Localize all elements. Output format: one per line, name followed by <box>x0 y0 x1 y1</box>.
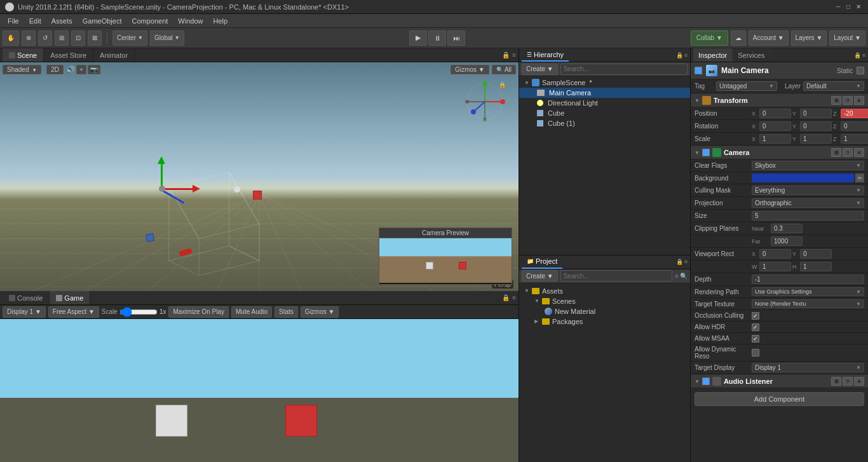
lock-btn[interactable]: 🔒 <box>499 81 506 88</box>
menu-component[interactable]: Component <box>126 16 173 26</box>
tag-value-dropdown[interactable]: Untagged ▼ <box>716 81 777 91</box>
projection-dropdown[interactable]: Orthographic ▼ <box>752 198 864 208</box>
rect-tool-button[interactable]: ⊡ <box>71 31 85 46</box>
shading-dropdown[interactable]: Shaded ▼ <box>3 65 41 74</box>
culling-mask-dropdown[interactable]: Everything ▼ <box>752 186 864 195</box>
menu-edit[interactable]: Edit <box>24 16 46 26</box>
menu-gameobject[interactable]: GameObject <box>78 16 127 26</box>
game-view[interactable] <box>0 319 519 462</box>
transform-overflow-btn[interactable]: ≡ <box>854 96 864 105</box>
camera-overflow-btn[interactable]: ≡ <box>854 148 864 157</box>
audio-overflow-btn[interactable]: ≡ <box>854 377 864 386</box>
tab-animator[interactable]: Animator <box>93 48 135 62</box>
layer-value-dropdown[interactable]: Default ▼ <box>803 81 864 91</box>
hierarchy-camera-item[interactable]: Main Camera <box>519 88 690 98</box>
transform-context-btn[interactable]: ⚙ <box>831 96 841 105</box>
titlebar-controls[interactable]: ─ □ ✕ <box>834 3 863 11</box>
all-search-button[interactable]: 🔍 All <box>492 65 516 74</box>
camera-enabled[interactable] <box>702 149 710 156</box>
pos-y-field[interactable] <box>800 109 832 118</box>
scale-y-field[interactable] <box>800 134 832 144</box>
step-button[interactable]: ⏭ <box>447 31 465 46</box>
scale-x-field[interactable] <box>759 134 791 144</box>
scale-tool-button[interactable]: ⊞ <box>55 31 69 46</box>
clear-flags-dropdown[interactable]: Skybox ▼ <box>752 161 864 170</box>
aspect-dropdown[interactable]: Free Aspect ▼ <box>48 306 99 318</box>
maximize-button[interactable]: □ <box>844 3 853 11</box>
rot-y-field[interactable] <box>800 121 832 131</box>
layout-dropdown[interactable]: Layout ▼ <box>829 31 865 46</box>
hand-tool-button[interactable]: ✋ <box>3 31 19 46</box>
camera-component-header[interactable]: ▼ Camera ⚙ ? ≡ <box>691 146 868 160</box>
tab-game[interactable]: Game <box>50 291 90 304</box>
menu-file[interactable]: File <box>3 16 24 26</box>
object-active-checkbox[interactable] <box>695 67 702 74</box>
audio-help-btn[interactable]: ? <box>843 377 853 386</box>
hierarchy-light-item[interactable]: Directional Light <box>519 98 690 108</box>
project-packages-folder[interactable]: ▶ Packages <box>522 316 688 327</box>
pos-x-field[interactable] <box>759 109 791 118</box>
camera-help-btn[interactable]: ? <box>843 148 853 157</box>
tab-project[interactable]: 📁 Project <box>522 255 562 269</box>
search-icon[interactable]: 🔍 <box>680 273 688 280</box>
allow-dynamic-check[interactable] <box>752 349 759 357</box>
hierarchy-cube-item[interactable]: Cube <box>519 108 690 118</box>
project-settings-icon[interactable]: ≡ <box>684 259 688 265</box>
project-create-button[interactable]: Create ▼ <box>522 270 558 282</box>
tab-hierarchy[interactable]: ☰ Hierarchy <box>522 48 569 62</box>
minimize-button[interactable]: ─ <box>834 3 843 11</box>
rot-z-field[interactable] <box>841 121 868 131</box>
vp-y[interactable] <box>800 249 832 259</box>
background-color-picker[interactable]: ✏ <box>855 173 864 182</box>
near-field[interactable] <box>771 224 803 233</box>
settings-icon[interactable]: ≡ <box>512 51 516 58</box>
target-texture-dropdown[interactable]: None (Render Textu ▼ <box>752 299 864 308</box>
tab-inspector[interactable]: Inspector <box>693 48 733 62</box>
play-button[interactable]: ▶ <box>409 31 427 46</box>
project-material-item[interactable]: New Material <box>522 306 688 316</box>
rendering-path-dropdown[interactable]: Use Graphics Settings ▼ <box>752 287 864 296</box>
menu-help[interactable]: Help <box>208 16 233 26</box>
game-settings-icon[interactable]: ≡ <box>512 294 516 301</box>
transform-component-header[interactable]: ▼ Transform ⚙ ? ≡ <box>691 93 868 107</box>
vp-h[interactable] <box>800 262 832 271</box>
scene-view[interactable]: Shaded ▼ 2D 🔊 ✦ 📷 Gizmos ▼ 🔍 <box>0 62 519 291</box>
audio-listener-header[interactable]: ▼ Audio Listener ⚙ ? ≡ <box>691 374 868 388</box>
project-assets-folder[interactable]: ▼ Assets <box>522 286 688 296</box>
background-color-field[interactable] <box>752 173 854 182</box>
hierarchy-settings-icon[interactable]: ≡ <box>684 52 688 58</box>
layers-dropdown[interactable]: Layers ▼ <box>791 31 827 46</box>
game-gizmos-button[interactable]: Gizmos ▼ <box>301 306 339 318</box>
occlusion-culling-check[interactable] <box>752 312 759 320</box>
audio-enabled[interactable] <box>702 377 710 385</box>
scale-z-field[interactable] <box>841 134 868 144</box>
close-button[interactable]: ✕ <box>854 3 863 11</box>
allow-msaa-check[interactable] <box>752 335 759 343</box>
rot-x-field[interactable] <box>759 121 791 131</box>
menu-window[interactable]: Window <box>173 16 208 26</box>
project-scenes-folder[interactable]: ▼ Scenes <box>522 296 688 306</box>
target-display-dropdown[interactable]: Display 1 ▼ <box>752 363 864 372</box>
gizmos-button[interactable]: Gizmos ▼ <box>451 65 489 74</box>
scene-camera-icon[interactable]: 📷 <box>88 65 100 74</box>
hierarchy-scene-item[interactable]: ▼ SampleScene * <box>519 78 690 88</box>
stats-button[interactable]: Stats <box>275 306 298 318</box>
static-checkbox[interactable] <box>857 67 864 74</box>
maximize-button[interactable]: Maximize On Play <box>168 306 229 318</box>
vp-w[interactable] <box>759 262 791 271</box>
far-field[interactable] <box>771 236 803 246</box>
move-tool-button[interactable]: ⊕ <box>22 31 36 46</box>
hierarchy-cube1-item[interactable]: Cube (1) <box>519 118 690 128</box>
audio-context-btn[interactable]: ⚙ <box>831 377 841 386</box>
mute-audio-button[interactable]: Mute Audio <box>231 306 272 318</box>
menu-assets[interactable]: Assets <box>46 16 78 26</box>
tab-console[interactable]: Console <box>3 291 50 304</box>
2d-toggle[interactable]: 2D <box>46 65 64 74</box>
scale-slider[interactable] <box>119 308 158 316</box>
transform-help-btn[interactable]: ? <box>843 96 853 105</box>
center-button[interactable]: Center ▼ <box>112 31 147 46</box>
tab-scene[interactable]: Scene <box>3 48 44 62</box>
hierarchy-create-button[interactable]: Create ▼ <box>522 64 558 75</box>
tab-asset-store[interactable]: Asset Store <box>44 48 93 62</box>
depth-field[interactable] <box>752 275 864 284</box>
